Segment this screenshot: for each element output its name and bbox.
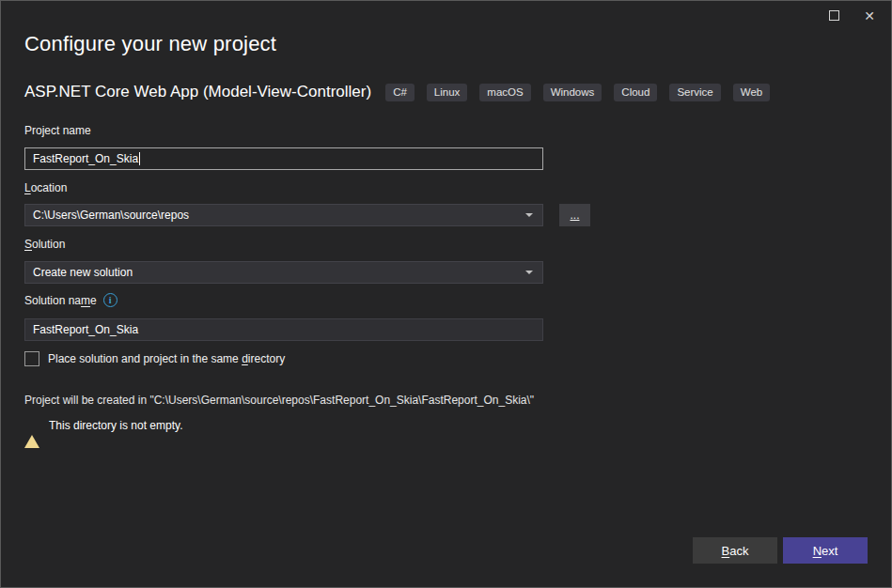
tag-windows: Windows bbox=[543, 84, 602, 101]
window-controls: ✕ bbox=[816, 3, 887, 28]
info-icon[interactable]: i bbox=[103, 293, 117, 307]
next-button[interactable]: Next bbox=[783, 537, 868, 564]
same-directory-label: Place solution and project in the same d… bbox=[48, 352, 285, 365]
close-icon: ✕ bbox=[864, 9, 875, 23]
chevron-down-icon bbox=[525, 271, 533, 274]
solution-value: Create new solution bbox=[33, 266, 133, 279]
warning-icon: ! bbox=[24, 419, 39, 432]
browse-location-button[interactable]: ... bbox=[559, 204, 590, 226]
template-header: ASP.NET Core Web App (Model-View-Control… bbox=[24, 83, 872, 101]
solution-name-value: FastReport_On_Skia bbox=[33, 323, 138, 336]
close-button[interactable]: ✕ bbox=[852, 3, 887, 28]
project-name-label: Project name bbox=[24, 124, 91, 137]
tag-web: Web bbox=[733, 84, 770, 101]
solution-name-label-row: Solution name i bbox=[24, 293, 117, 307]
chevron-down-icon bbox=[525, 213, 533, 217]
tag-list: C# Linux macOS Windows Cloud Service Web bbox=[385, 84, 770, 101]
tag-cloud: Cloud bbox=[614, 84, 657, 101]
location-combobox[interactable]: C:\Users\German\source\repos bbox=[24, 204, 543, 226]
maximize-button[interactable] bbox=[816, 3, 852, 28]
project-name-input[interactable]: FastReport_On_Skia bbox=[24, 147, 543, 170]
tag-linux: Linux bbox=[427, 84, 468, 101]
project-path-message: Project will be created in "C:\Users\Ger… bbox=[24, 394, 534, 407]
solution-label: Solution bbox=[24, 238, 65, 251]
tag-service: Service bbox=[669, 84, 720, 101]
project-name-value: FastReport_On_Skia bbox=[33, 152, 138, 165]
back-button[interactable]: Back bbox=[693, 537, 777, 564]
location-value: C:\Users\German\source\repos bbox=[33, 209, 189, 222]
checkbox-unchecked-icon[interactable] bbox=[24, 351, 39, 366]
same-directory-checkbox-row[interactable]: Place solution and project in the same d… bbox=[24, 351, 285, 366]
template-name: ASP.NET Core Web App (Model-View-Control… bbox=[24, 83, 371, 101]
solution-combobox[interactable]: Create new solution bbox=[24, 261, 543, 284]
warning-text: This directory is not empty. bbox=[49, 419, 183, 432]
page-title: Configure your new project bbox=[24, 32, 276, 56]
text-caret bbox=[139, 152, 140, 165]
footer-buttons: Back Next bbox=[693, 537, 868, 564]
solution-name-label: Solution name bbox=[24, 294, 97, 307]
location-label: Location bbox=[24, 181, 67, 194]
tag-macos: macOS bbox=[479, 84, 530, 101]
maximize-icon bbox=[829, 10, 839, 21]
warning-row: ! This directory is not empty. bbox=[24, 419, 183, 432]
solution-name-input[interactable]: FastReport_On_Skia bbox=[24, 318, 543, 341]
tag-csharp: C# bbox=[385, 84, 415, 101]
configure-project-dialog: ✕ Configure your new project ASP.NET Cor… bbox=[0, 0, 892, 588]
